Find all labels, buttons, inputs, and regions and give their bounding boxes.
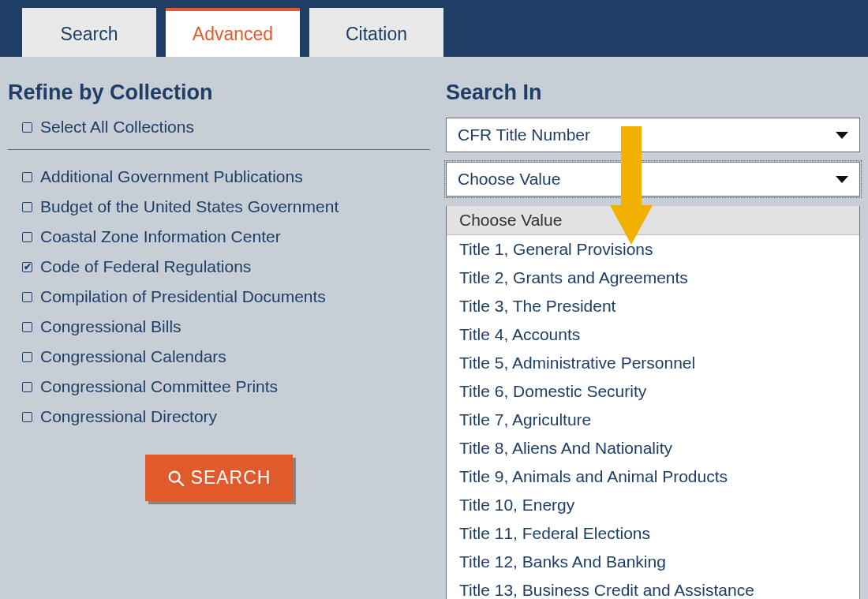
checkbox-icon: [22, 292, 32, 302]
select-all-collections[interactable]: Select All Collections: [8, 118, 430, 137]
option-item[interactable]: Title 6, Domestic Security: [447, 377, 859, 406]
collection-item-label: Budget of the United States Government: [40, 197, 339, 216]
collection-item[interactable]: Congressional Committee Prints: [22, 377, 430, 396]
collection-item-label: Congressional Committee Prints: [40, 377, 278, 396]
value-select[interactable]: Choose Value: [446, 162, 860, 197]
checkbox-icon: [22, 202, 32, 212]
content-area: Refine by Collection Select All Collecti…: [0, 57, 868, 599]
collection-item[interactable]: Additional Government Publications: [22, 167, 430, 186]
option-item[interactable]: Title 11, Federal Elections: [447, 519, 859, 548]
option-item[interactable]: Title 4, Accounts: [447, 320, 859, 349]
collection-item[interactable]: Congressional Directory: [22, 407, 430, 426]
search-button-label: SEARCH: [191, 467, 271, 489]
option-item[interactable]: Title 5, Administrative Personnel: [447, 349, 859, 377]
collection-item[interactable]: Compilation of Presidential Documents: [22, 287, 430, 306]
value-options-panel[interactable]: Choose ValueTitle 1, General ProvisionsT…: [446, 206, 860, 599]
search-in-panel: Search In CFR Title Number Choose Value …: [446, 80, 860, 599]
collection-item-label: Compilation of Presidential Documents: [40, 287, 326, 306]
collection-item-label: Congressional Bills: [40, 317, 181, 336]
option-item[interactable]: Title 7, Agriculture: [447, 406, 859, 434]
tab-search[interactable]: Search: [22, 8, 156, 57]
option-item[interactable]: Title 8, Aliens And Nationality: [447, 434, 859, 462]
checkbox-checked-icon: [22, 262, 32, 272]
checkbox-icon: [22, 412, 32, 422]
option-item[interactable]: Title 9, Animals and Animal Products: [447, 462, 859, 491]
collection-item-label: Congressional Calendars: [40, 347, 226, 366]
option-placeholder[interactable]: Choose Value: [447, 206, 859, 235]
checkbox-icon: [22, 322, 32, 332]
value-select-value: Choose Value: [458, 170, 560, 189]
option-item[interactable]: Title 10, Energy: [447, 491, 859, 519]
chevron-down-icon: [836, 132, 848, 139]
collection-item[interactable]: Congressional Calendars: [22, 347, 430, 366]
search-icon: [167, 470, 185, 487]
divider: [8, 149, 430, 150]
option-item[interactable]: Title 12, Banks And Banking: [447, 548, 859, 576]
checkbox-icon: [22, 122, 32, 133]
collection-item-label: Congressional Directory: [40, 407, 217, 426]
search-in-heading: Search In: [446, 80, 860, 105]
option-item[interactable]: Title 2, Grants and Agreements: [447, 264, 859, 292]
collection-item[interactable]: Coastal Zone Information Center: [22, 227, 430, 246]
collection-item[interactable]: Code of Federal Regulations: [22, 257, 430, 276]
checkbox-icon: [22, 352, 32, 362]
checkbox-icon: [22, 172, 32, 182]
chevron-down-icon: [836, 176, 848, 183]
collection-list: Additional Government PublicationsBudget…: [8, 167, 430, 436]
tab-citation[interactable]: Citation: [309, 8, 443, 57]
search-button[interactable]: SEARCH: [145, 455, 294, 501]
collection-item[interactable]: Budget of the United States Government: [22, 197, 430, 216]
tab-advanced[interactable]: Advanced: [166, 8, 300, 57]
collection-item-label: Code of Federal Regulations: [40, 257, 251, 276]
svg-line-1: [178, 480, 182, 485]
option-item[interactable]: Title 13, Business Credit and Assistance: [447, 576, 859, 599]
select-all-label: Select All Collections: [40, 118, 194, 137]
refine-heading: Refine by Collection: [8, 80, 430, 105]
field-select[interactable]: CFR Title Number: [446, 118, 860, 152]
option-item[interactable]: Title 1, General Provisions: [447, 235, 859, 264]
field-select-value: CFR Title Number: [458, 125, 590, 144]
collection-item[interactable]: Congressional Bills: [22, 317, 430, 336]
refine-panel: Refine by Collection Select All Collecti…: [8, 80, 446, 599]
option-item[interactable]: Title 3, The President: [447, 292, 859, 320]
collection-item-label: Additional Government Publications: [40, 167, 303, 186]
collection-item-label: Coastal Zone Information Center: [40, 227, 281, 246]
checkbox-icon: [22, 382, 32, 392]
top-tab-bar: Search Advanced Citation: [0, 0, 868, 57]
checkbox-icon: [22, 232, 32, 242]
